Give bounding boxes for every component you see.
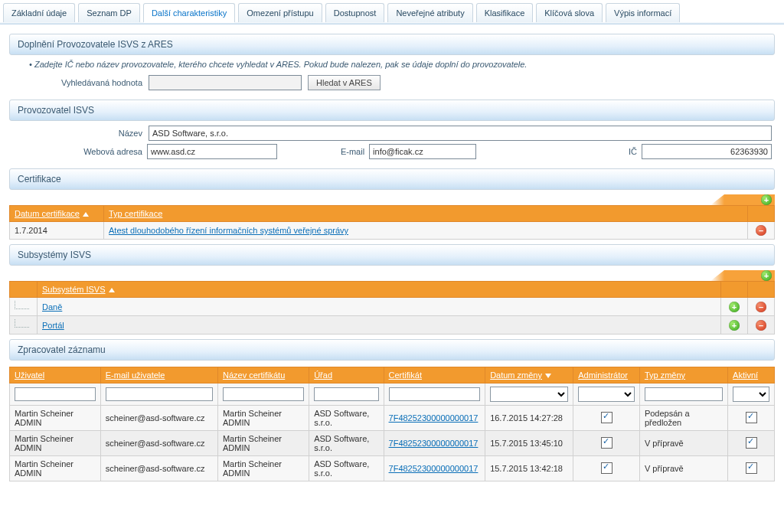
table-row: Martin Scheiner ADMINscheiner@asd-softwa… xyxy=(10,456,775,481)
delete-icon[interactable]: – xyxy=(756,320,766,331)
zprac-aktivni xyxy=(728,406,775,431)
filter-urad[interactable] xyxy=(314,387,378,401)
tab-5[interactable]: Neveřejné atributy xyxy=(387,3,472,22)
zprac-cert: 7F48252300000000017 xyxy=(384,456,485,481)
tab-0[interactable]: Základní údaje xyxy=(3,3,75,22)
filter-aktivni[interactable] xyxy=(733,387,769,402)
zprac-admin xyxy=(573,431,640,456)
sort-desc-icon xyxy=(545,374,551,378)
section-ares-header: Doplnění Provozovatele ISVS z ARES xyxy=(9,34,775,55)
zprac-col-email[interactable]: E-mail uživatele xyxy=(100,367,217,383)
zprac-col-cert[interactable]: Certifikát xyxy=(384,367,485,383)
table-row: Martin Scheiner ADMINscheiner@asd-softwa… xyxy=(10,431,775,456)
cert-grid: Datum certifikace Typ certifikace 1.7.20… xyxy=(9,205,775,240)
tab-6[interactable]: Klasifikace xyxy=(476,3,534,22)
checkbox-icon xyxy=(746,462,757,474)
filter-nazevcert[interactable] xyxy=(223,387,304,401)
add-child-icon[interactable]: + xyxy=(729,302,740,312)
add-subs-icon[interactable]: + xyxy=(761,270,772,281)
tree-row: Daně+– xyxy=(10,298,775,316)
zprac-admin xyxy=(573,456,640,481)
zprac-aktivni xyxy=(728,431,775,456)
subs-add-corner: + xyxy=(9,270,775,281)
checkbox-icon xyxy=(746,437,757,449)
tab-7[interactable]: Klíčová slova xyxy=(536,3,603,22)
sort-asc-icon xyxy=(83,212,89,217)
ares-search-label: Vyhledávaná hodnota xyxy=(12,78,142,87)
tab-8[interactable]: Výpis informací xyxy=(606,3,680,22)
zprac-grid: Uživatel E-mail uživatele Název certifik… xyxy=(9,367,775,481)
zprac-col-urad[interactable]: Úřad xyxy=(309,367,384,383)
add-child-icon[interactable]: + xyxy=(729,320,740,331)
add-cert-icon[interactable]: + xyxy=(761,194,772,205)
cert-col-actions xyxy=(748,206,775,222)
cert-link[interactable]: 7F48252300000000017 xyxy=(389,413,479,423)
subs-col-tree xyxy=(10,282,38,298)
zprac-email: scheiner@asd-software.cz xyxy=(100,431,217,456)
ic-label: IČ xyxy=(629,147,637,156)
filter-email[interactable] xyxy=(106,387,213,401)
zprac-nazevcert: Martin Scheiner ADMIN xyxy=(217,456,309,481)
cert-datum: 1.7.2014 xyxy=(10,222,104,240)
ic-input[interactable] xyxy=(642,144,772,159)
cert-link[interactable]: 7F48252300000000017 xyxy=(389,439,479,448)
zprac-email: scheiner@asd-software.cz xyxy=(100,406,217,431)
ares-search-button[interactable]: Hledat v ARES xyxy=(308,75,381,90)
filter-admin[interactable] xyxy=(578,387,635,402)
sort-asc-icon xyxy=(109,288,115,292)
section-provozovatel-header: Provozovatel ISVS xyxy=(9,100,775,121)
checkbox-icon xyxy=(601,412,612,423)
zprac-cert: 7F48252300000000017 xyxy=(384,431,485,456)
zprac-typ: V přípravě xyxy=(639,456,727,481)
section-ares-body: Zadejte IČ nebo název provozovatele, kte… xyxy=(12,60,772,90)
subs-col-name[interactable]: Subsystém ISVS xyxy=(38,282,721,298)
zprac-email: scheiner@asd-software.cz xyxy=(100,456,217,481)
tab-bar: Základní údajeSeznam DPDalší charakteris… xyxy=(0,0,784,22)
section-zprac-header: Zpracovatel záznamu xyxy=(9,339,775,361)
web-input[interactable] xyxy=(147,144,277,159)
zprac-uzivatel: Martin Scheiner ADMIN xyxy=(10,431,101,456)
zprac-uzivatel: Martin Scheiner ADMIN xyxy=(10,406,101,431)
zprac-col-nazevcert[interactable]: Název certifikátu xyxy=(217,367,309,383)
zprac-col-admin[interactable]: Administrátor xyxy=(573,367,640,383)
cert-col-datum[interactable]: Datum certifikace xyxy=(10,206,104,222)
tab-3[interactable]: Omezení přístupu xyxy=(238,3,322,22)
filter-uzivatel[interactable] xyxy=(15,387,96,401)
zprac-col-aktivni[interactable]: Aktivní xyxy=(728,367,775,383)
ares-search-input[interactable] xyxy=(149,75,302,90)
subs-grid: Subsystém ISVS Daně+–Portál+– xyxy=(9,281,775,335)
table-row: Martin Scheiner ADMINscheiner@asd-softwa… xyxy=(10,406,775,431)
delete-icon[interactable]: – xyxy=(756,225,766,236)
section-provozovatel-body: Název Webová adresa E-mail IČ xyxy=(12,126,772,159)
tab-2[interactable]: Další charakteristiky xyxy=(143,3,235,22)
subs-col-del xyxy=(748,282,775,298)
zprac-datum: 15.7.2015 13:45:10 xyxy=(485,431,573,456)
tab-1[interactable]: Seznam DP xyxy=(78,3,140,22)
section-cert-header: Certifikace xyxy=(9,168,775,190)
cert-typ: Atest dlouhodobého řízení informačních s… xyxy=(104,222,748,240)
zprac-col-datum[interactable]: Datum změny xyxy=(485,367,573,383)
subs-col-add xyxy=(721,282,748,298)
zprac-typ: V přípravě xyxy=(639,431,727,456)
subs-link[interactable]: Portál xyxy=(42,321,64,330)
nazev-label: Název xyxy=(12,129,142,138)
cert-typ-link[interactable]: Atest dlouhodobého řízení informačních s… xyxy=(109,226,348,235)
zprac-col-typ[interactable]: Typ změny xyxy=(639,367,727,383)
subs-link[interactable]: Daně xyxy=(42,302,62,312)
cert-link[interactable]: 7F48252300000000017 xyxy=(389,464,479,473)
zprac-uzivatel: Martin Scheiner ADMIN xyxy=(10,456,101,481)
tab-4[interactable]: Dostupnost xyxy=(325,3,385,22)
email-input[interactable] xyxy=(369,144,476,159)
nazev-input[interactable] xyxy=(149,126,772,141)
table-row: 1.7.2014Atest dlouhodobého řízení inform… xyxy=(10,222,775,240)
zprac-typ: Podepsán a předložen xyxy=(639,406,727,431)
zprac-col-uzivatel[interactable]: Uživatel xyxy=(10,367,101,383)
filter-typ[interactable] xyxy=(645,387,723,401)
checkbox-icon xyxy=(746,412,757,423)
zprac-datum: 15.7.2015 13:42:18 xyxy=(485,456,573,481)
delete-icon[interactable]: – xyxy=(756,302,766,312)
filter-cert[interactable] xyxy=(389,387,481,401)
filter-datum[interactable] xyxy=(490,387,568,402)
zprac-urad: ASD Software, s.r.o. xyxy=(309,406,384,431)
cert-col-typ[interactable]: Typ certifikace xyxy=(104,206,748,222)
